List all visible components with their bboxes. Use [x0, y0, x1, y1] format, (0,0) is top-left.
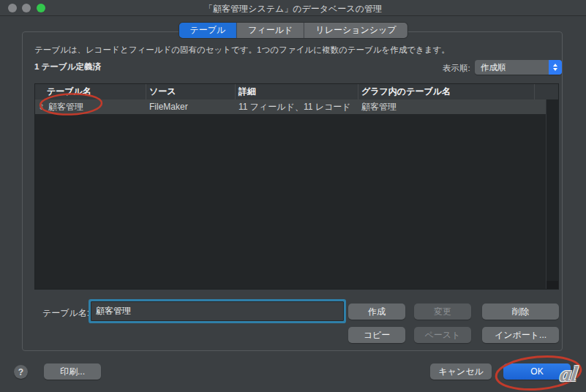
title-bar: 「顧客管理システム」のデータベースの管理 [0, 0, 586, 16]
popup-chevrons-icon [549, 60, 562, 75]
table-count-summary: 1 テーブル定義済 [34, 61, 101, 72]
help-button[interactable]: ? [14, 365, 28, 379]
print-button[interactable]: 印刷... [44, 363, 101, 380]
ok-button[interactable]: OK [503, 363, 571, 380]
panel-description: テーブルは、レコードとフィールドの固有のセットです。1つのファイルに複数のテーブ… [34, 45, 450, 56]
column-header-details[interactable]: 詳細 [236, 84, 358, 99]
window-title: 「顧客管理システム」のデータベースの管理 [0, 3, 586, 15]
create-button[interactable]: 作成 [348, 304, 405, 320]
tables-list: テーブル名 ソース 詳細 グラフ内のテーブル名 ⇕ 顧客管理 FileMaker… [34, 83, 559, 290]
column-header-source[interactable]: ソース [146, 84, 236, 99]
cell-details: 11 フィールド、11 レコード [236, 101, 358, 113]
table-name-label: テーブル名: [42, 307, 89, 320]
cancel-button[interactable]: キャンセル [430, 363, 492, 380]
vertical-scrollbar[interactable] [546, 99, 558, 289]
header-scrollbar-corner [535, 84, 558, 99]
tab-relationships[interactable]: リレーションシップ [304, 23, 407, 38]
tab-tables[interactable]: テーブル [179, 23, 237, 38]
sort-order-label: 表示順: [443, 63, 470, 74]
cell-graph-name: 顧客管理 [358, 101, 535, 113]
drag-handle-icon[interactable]: ⇕ [38, 102, 44, 112]
import-button[interactable]: インポート... [482, 327, 559, 343]
change-button: 変更 [414, 304, 471, 320]
table-row[interactable]: ⇕ 顧客管理 FileMaker 11 フィールド、11 レコード 顧客管理 [35, 99, 558, 114]
table-header-row: テーブル名 ソース 詳細 グラフ内のテーブル名 [35, 84, 558, 99]
copy-button[interactable]: コピー [348, 327, 405, 343]
sort-order-popup[interactable]: 作成順 [475, 60, 562, 75]
column-header-graph-name[interactable]: グラフ内のテーブル名 [358, 84, 535, 99]
manage-database-dialog: { "window": { "title": "「顧客管理システム」のデータベー… [0, 0, 586, 392]
cell-source: FileMaker [146, 102, 236, 112]
paste-button: ペースト [414, 327, 471, 343]
table-name-input[interactable] [91, 301, 344, 321]
tab-bar: テーブル フィールド リレーションシップ [179, 23, 407, 38]
cell-table-name: 顧客管理 [48, 101, 83, 113]
column-header-table-name[interactable]: テーブル名 [35, 84, 146, 99]
delete-button[interactable]: 削除 [482, 304, 559, 320]
tab-fields[interactable]: フィールド [237, 23, 304, 38]
sort-order-value: 作成順 [475, 62, 549, 73]
tables-panel: テーブルは、レコードとフィールドの固有のセットです。1つのファイルに複数のテーブ… [22, 31, 563, 351]
